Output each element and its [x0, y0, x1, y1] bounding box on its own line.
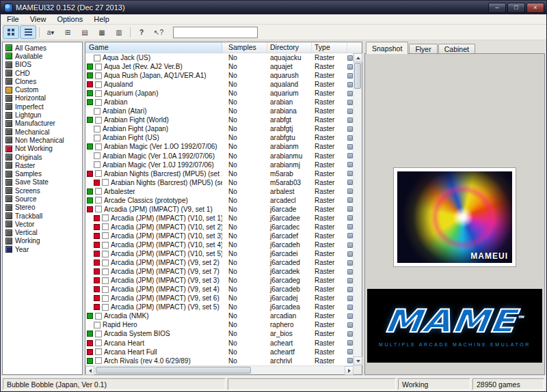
column-header-type[interactable]: Type: [312, 42, 347, 53]
game-row[interactable]: Arabian Nights (Barcrest) (MPU5) (set 2)…: [85, 178, 353, 187]
toggle-folder-list-button[interactable]: [3, 25, 19, 39]
sidebar-item-working[interactable]: Working: [3, 237, 82, 245]
toggle-screenshot-panel-button[interactable]: [20, 25, 36, 39]
game-row[interactable]: Arcadia (NMK)NoarcadianRaster: [85, 311, 353, 320]
game-row[interactable]: Arabian Fight (US)NoarabfgtuRaster: [85, 133, 353, 142]
sidebar-item-clones[interactable]: Clones: [3, 77, 82, 85]
vertical-scroll-track[interactable]: [353, 62, 362, 356]
game-row[interactable]: AqualandNoaqualandRaster: [85, 80, 353, 89]
game-row[interactable]: Arcadia (JPM) (IMPACT) (V10, set 1)Noj6a…: [85, 214, 353, 223]
game-row[interactable]: Arabian Nights (Barcrest) (MPU5) (set 1)…: [85, 169, 353, 178]
sidebar-item-manufacturer[interactable]: Manufacturer: [3, 120, 82, 128]
tab-snapshot[interactable]: Snapshot: [366, 42, 408, 54]
game-row[interactable]: Arcadia (JPM) (IMPACT) (V9, set 6)Noj6ar…: [85, 294, 353, 303]
sidebar-item-non-mechanical[interactable]: Non Mechanical: [3, 136, 82, 144]
sidebar-item-samples[interactable]: Samples: [3, 169, 82, 178]
tree-view-button[interactable]: ⊞: [59, 25, 76, 39]
sidebar-item-stereo[interactable]: Stereo: [3, 204, 82, 212]
search-input[interactable]: [173, 27, 258, 38]
list-view-button[interactable]: ▤: [77, 25, 93, 39]
sidebar-item-save-state[interactable]: Save State: [3, 178, 82, 186]
tab-cabinet[interactable]: Cabinet: [438, 44, 475, 54]
horizontal-scroll-track[interactable]: [94, 366, 345, 374]
sidebar-item-mechanical[interactable]: Mechanical: [3, 128, 82, 136]
scroll-up-button[interactable]: [353, 53, 362, 62]
game-cell: Arbalester: [85, 188, 222, 195]
game-row[interactable]: Arcadia (JPM) (IMPACT) (V9, set 2)Noj6ar…: [85, 258, 353, 267]
sidebar-item-not-working[interactable]: Not Working: [3, 145, 82, 153]
menu-file[interactable]: File: [1, 14, 25, 25]
sidebar-item-imperfect[interactable]: Imperfect: [3, 102, 82, 111]
sidebar-item-all-games[interactable]: All Games: [3, 44, 82, 52]
menu-view[interactable]: View: [25, 14, 52, 25]
sidebar-item-trackball[interactable]: Trackball: [3, 212, 82, 220]
column-header-directory[interactable]: Directory: [267, 42, 312, 53]
game-row[interactable]: Arcadia (JPM) (IMPACT) (V9, set 5)Noj6ar…: [85, 303, 353, 311]
game-row[interactable]: Aqua Jack (US)NoaquajackuRaster: [85, 53, 353, 62]
grouped-view-button[interactable]: ▥: [111, 25, 127, 39]
maximize-button[interactable]: □: [507, 3, 525, 13]
game-row[interactable]: Arch Rivals (rev 4.0 6/29/89)NoarchrivlR…: [85, 356, 353, 365]
minimize-button[interactable]: –: [488, 3, 506, 13]
sidebar-item-year[interactable]: Year: [3, 245, 82, 253]
game-row[interactable]: Aquarium (Japan)NoaquariumRaster: [85, 89, 353, 98]
help-button[interactable]: ?: [133, 25, 150, 39]
game-row[interactable]: Arcadia (JPM) (IMPACT) (V9, set 7)Noj6ar…: [85, 267, 353, 276]
game-row[interactable]: Arcana Heart FullNoacheartfRaster: [85, 348, 353, 356]
game-row[interactable]: Arcadia (JPM) (IMPACT) (V9, set 3)Noj6ar…: [85, 276, 353, 285]
game-row[interactable]: Arcade Classics (prototype)NoarcadeclRas…: [85, 196, 353, 205]
game-row[interactable]: Arcadia (JPM) (IMPACT) (V9, set 4)Noj6ar…: [85, 285, 353, 294]
game-row[interactable]: Arcadia (JPM) (IMPACT) (V10, set 4)Noj6a…: [85, 240, 353, 249]
game-row[interactable]: Arcadia (JPM) (IMPACT) (V10, set 3)Noj6a…: [85, 232, 353, 240]
sidebar-item-source[interactable]: Source: [3, 195, 82, 203]
game-row[interactable]: Arabian Fight (World)NoarabfgtRaster: [85, 115, 353, 124]
sort-alpha-button[interactable]: a▾: [42, 25, 59, 39]
sidebar-item-available[interactable]: Available: [3, 52, 82, 60]
game-row[interactable]: Arcana HeartNoacheartRaster: [85, 339, 353, 348]
sidebar-item-bios[interactable]: BIOS: [3, 61, 82, 69]
game-row[interactable]: Arabian Fight (Japan)NoarabfgtjRaster: [85, 124, 353, 133]
sidebar-item-screens[interactable]: Screens: [3, 186, 82, 195]
snapshot-panel[interactable]: MAMEUI MAME™ MULTIPLE ARCADE MACHINE EMU…: [364, 53, 545, 375]
game-row[interactable]: Aqua Jet (Rev. AJ2 Ver.B)NoaquajetRaster: [85, 62, 353, 71]
sidebar-item-chd[interactable]: CHD: [3, 69, 82, 77]
game-row[interactable]: Arabian (Atari)NoarabianaRaster: [85, 107, 353, 115]
game-row[interactable]: Rapid HeroNorapheroRaster: [85, 320, 353, 329]
horizontal-scrollbar[interactable]: [85, 365, 362, 374]
directory-cell: j6arcadek: [267, 268, 312, 275]
vertical-scrollbar[interactable]: [353, 53, 362, 365]
grid-view-button[interactable]: ▦: [94, 25, 110, 39]
menu-help[interactable]: Help: [88, 14, 115, 25]
game-row[interactable]: Arcadia System BIOSNoar_biosRaster: [85, 329, 353, 338]
sidebar-item-vector[interactable]: Vector: [3, 220, 82, 228]
column-header-samples[interactable]: Samples: [222, 42, 267, 53]
game-row[interactable]: Arcadia (JPM) (IMPACT) (V10, set 2)Noj6a…: [85, 223, 353, 232]
close-button[interactable]: ×: [526, 3, 544, 13]
extra-cell: [347, 296, 353, 301]
scroll-down-button[interactable]: [353, 356, 362, 365]
sidebar-item-raster[interactable]: Raster: [3, 161, 82, 169]
sidebar-item-horizontal[interactable]: Horizontal: [3, 94, 82, 102]
horizontal-scroll-thumb[interactable]: [96, 367, 251, 374]
game-row[interactable]: ArabianNoarabianRaster: [85, 98, 353, 107]
game-row[interactable]: Arcadia (JPM) (IMPACT) (V9, set 1)Noj6ar…: [85, 205, 353, 214]
title-bar[interactable]: MAMEUI32 0.152 (Dec 27 2013) – □ ×: [1, 1, 546, 14]
game-row[interactable]: Arabian Magic (Ver 1.0J 1992/07/06)Noara…: [85, 160, 353, 169]
game-row[interactable]: ArbalesterNoarbalestRaster: [85, 187, 353, 196]
sidebar-item-originals[interactable]: Originals: [3, 153, 82, 161]
scroll-right-button[interactable]: [345, 366, 353, 375]
game-row[interactable]: Arcadia (JPM) (IMPACT) (V10, set 5)Noj6a…: [85, 249, 353, 258]
sidebar-item-lightgun[interactable]: Lightgun: [3, 111, 82, 119]
context-help-button[interactable]: ↖?: [150, 25, 167, 39]
column-header-game[interactable]: Game: [85, 42, 222, 53]
scroll-left-button[interactable]: [85, 366, 94, 375]
sidebar-item-vertical[interactable]: Vertical: [3, 229, 82, 237]
vertical-scroll-thumb[interactable]: [354, 63, 361, 89]
sidebar-item-custom[interactable]: Custom: [3, 85, 82, 94]
tab-flyer[interactable]: Flyer: [409, 44, 437, 54]
game-row[interactable]: Aqua Rush (Japan, AQ1/VER.A1)NoaquarushR…: [85, 71, 353, 80]
game-row[interactable]: Arabian Magic (Ver 1.0O 1992/07/06)Noara…: [85, 142, 353, 151]
menu-options[interactable]: Options: [51, 14, 88, 25]
game-doc-icon: [94, 135, 101, 141]
game-row[interactable]: Arabian Magic (Ver 1.0A 1992/07/06)Noara…: [85, 152, 353, 160]
